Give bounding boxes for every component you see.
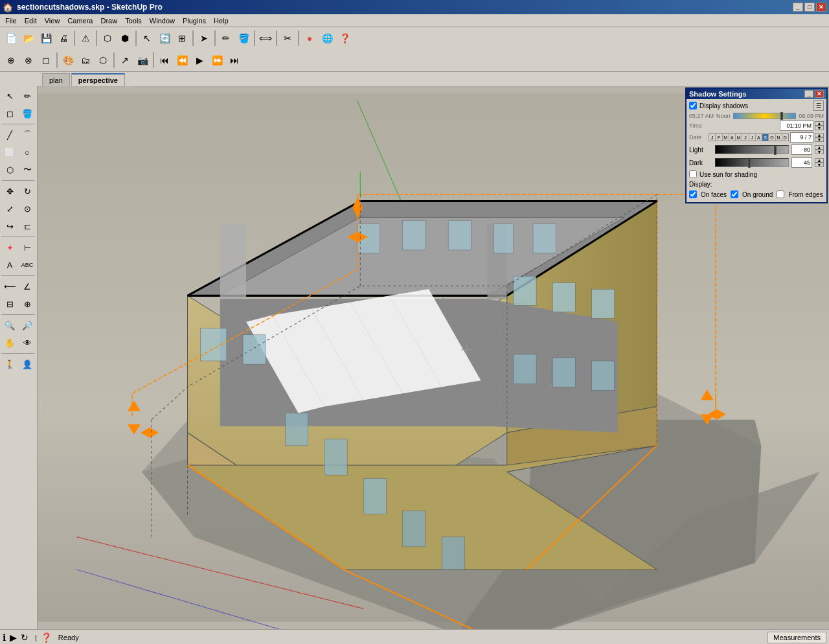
dark-spin-down[interactable]: ▼ (815, 163, 824, 167)
lt-paintbucket-icon[interactable]: 🪣 (19, 105, 36, 122)
time-input[interactable] (780, 121, 813, 131)
close-button[interactable]: ✕ (816, 3, 826, 12)
tab-perspective[interactable]: perspective (71, 73, 125, 86)
maximize-button[interactable]: □ (804, 3, 815, 12)
material2-icon[interactable]: 🗂 (77, 52, 94, 69)
tab-plan[interactable]: plan (42, 73, 70, 86)
lt-move-icon[interactable]: ✥ (1, 183, 18, 200)
anim-end-icon[interactable]: ⏭ (226, 52, 243, 69)
month-bar[interactable]: J F M A M J J A S O N D (709, 133, 789, 141)
time-spin-down[interactable]: ▼ (815, 126, 824, 130)
date-spin-down[interactable]: ▼ (815, 137, 824, 142)
month-apr[interactable]: A (729, 134, 736, 141)
tool2-icon[interactable]: ⊕ (3, 52, 19, 69)
select2-icon[interactable]: ↗ (117, 52, 133, 69)
lt-circle-icon[interactable]: ○ (19, 144, 36, 161)
camera2-icon[interactable]: 📷 (134, 52, 151, 69)
menu-edit[interactable]: Edit (21, 16, 41, 26)
save-icon[interactable]: 💾 (38, 30, 54, 47)
light-input[interactable] (791, 144, 812, 155)
status-play-icon[interactable]: ▶ (10, 632, 17, 643)
anim-prev-icon[interactable]: ⏪ (174, 52, 190, 69)
month-jan[interactable]: J (709, 134, 716, 141)
month-may[interactable]: M (736, 134, 742, 141)
cube-icon[interactable]: ◻ (38, 52, 54, 69)
month-jul[interactable]: J (749, 134, 756, 141)
tape-icon[interactable]: ✂ (279, 30, 296, 47)
lt-pan-icon[interactable]: ✋ (1, 334, 18, 351)
tool3-icon[interactable]: ⊗ (20, 52, 37, 69)
lt-dimension-icon[interactable]: ⊢ (19, 239, 36, 256)
new-icon[interactable]: 📄 (3, 30, 19, 47)
status-refresh-icon[interactable]: ↻ (21, 632, 28, 643)
lt-pushpull-icon[interactable]: ⊙ (19, 200, 36, 217)
lt-offset-icon[interactable]: ⊏ (19, 218, 36, 235)
date-spin-up[interactable]: ▲ (815, 133, 824, 137)
month-aug[interactable]: A (756, 134, 762, 141)
light-spin-up[interactable]: ▲ (815, 145, 824, 150)
lt-star-icon[interactable]: ✦ (1, 239, 18, 256)
grid-icon[interactable]: ⊞ (174, 30, 190, 47)
select-icon[interactable]: ↖ (139, 30, 155, 47)
light-slider[interactable] (715, 145, 789, 154)
month-jun[interactable]: J (742, 134, 749, 141)
shape-icon[interactable]: ⬡ (95, 52, 111, 69)
menu-window[interactable]: Window (146, 16, 179, 26)
lt-line-icon[interactable]: ╱ (1, 126, 18, 143)
on-faces-checkbox[interactable] (689, 190, 697, 198)
month-mar[interactable]: M (723, 134, 729, 141)
from-edges-checkbox[interactable] (777, 190, 784, 198)
month-dec[interactable]: D (782, 134, 788, 141)
open-icon[interactable]: 📂 (20, 30, 37, 47)
menu-help[interactable]: Help (210, 16, 233, 26)
arrow-icon[interactable]: ➤ (196, 30, 212, 47)
month-feb[interactable]: F (716, 134, 722, 141)
lt-freehand-icon[interactable]: 〜 (19, 161, 36, 178)
erase-icon[interactable]: ✏ (218, 30, 234, 47)
menu-tools[interactable]: Tools (121, 16, 146, 26)
anim-play-icon[interactable]: ▶ (191, 52, 208, 69)
time-slider[interactable] (733, 113, 797, 119)
status-help-icon[interactable]: ❓ (41, 632, 52, 643)
month-nov[interactable]: N (776, 134, 782, 141)
lt-polygon-icon[interactable]: ⬡ (1, 161, 18, 178)
lt-zoom-icon[interactable]: 🔍 (1, 317, 18, 334)
lt-tape-icon[interactable]: ⟵ (1, 278, 18, 295)
ruby-icon[interactable]: ● (301, 30, 318, 47)
menu-draw[interactable]: Draw (97, 16, 121, 26)
lt-orbit-icon[interactable]: 👁 (19, 334, 36, 351)
lt-zoom2-icon[interactable]: 🔎 (19, 317, 36, 334)
lt-look-icon[interactable]: 👤 (19, 356, 36, 373)
component-icon[interactable]: ⬡ (99, 30, 116, 47)
lt-abc-icon[interactable]: ABC (19, 257, 36, 273)
light-spin-down[interactable]: ▼ (815, 150, 824, 154)
lt-axes-icon[interactable]: ⊕ (19, 295, 36, 312)
orbit-icon[interactable]: 🔄 (156, 30, 173, 47)
on-ground-checkbox[interactable] (731, 190, 738, 198)
use-sun-checkbox[interactable] (689, 170, 697, 178)
dark-spin-up[interactable]: ▲ (815, 158, 824, 163)
lt-arc-icon[interactable]: ⌒ (19, 126, 36, 143)
lt-section-icon[interactable]: ⊟ (1, 295, 18, 312)
anim-next-icon[interactable]: ⏩ (209, 52, 225, 69)
menu-camera[interactable]: Camera (63, 16, 97, 26)
lt-text-icon[interactable]: A (1, 257, 18, 273)
lt-follow-icon[interactable]: ↪ (1, 218, 18, 235)
lt-position-icon[interactable]: 🚶 (1, 356, 18, 373)
display-shadows-checkbox[interactable] (689, 102, 697, 109)
material-icon[interactable]: 🎨 (60, 52, 76, 69)
month-oct[interactable]: O (769, 134, 775, 141)
date-input[interactable] (790, 132, 813, 143)
move2-icon[interactable]: ⟺ (257, 30, 274, 47)
lt-paint-icon[interactable]: ✏ (19, 87, 36, 104)
lt-rect-icon[interactable]: ⬜ (1, 144, 18, 161)
component2-icon[interactable]: ⬢ (117, 30, 133, 47)
help2-icon[interactable]: ❓ (336, 30, 353, 47)
warning-icon[interactable]: ⚠ (77, 30, 94, 47)
print-icon[interactable]: 🖨 (55, 30, 72, 47)
menu-view[interactable]: View (41, 16, 64, 26)
panel-settings-btn[interactable]: ☰ (813, 100, 824, 111)
status-info-icon[interactable]: ℹ (3, 632, 6, 643)
minimize-button[interactable]: _ (793, 3, 803, 12)
dark-slider[interactable] (715, 158, 789, 167)
